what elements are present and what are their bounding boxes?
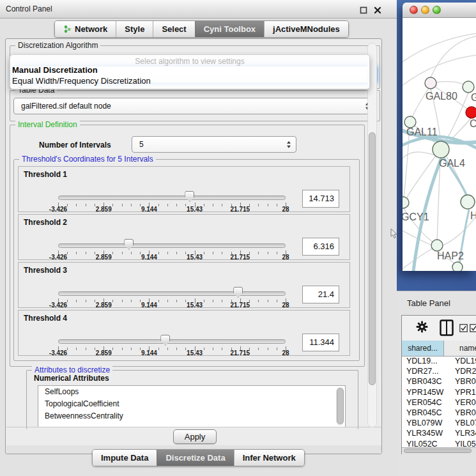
scrollbar-thumb[interactable] bbox=[369, 132, 376, 385]
network-node-gcy1[interactable] bbox=[403, 197, 409, 208]
node-label: GCY1 bbox=[403, 211, 429, 222]
table-row[interactable]: YER054CYER054C bbox=[402, 398, 476, 408]
number-of-intervals-select[interactable]: 5 bbox=[132, 136, 296, 153]
tick-mark bbox=[258, 252, 259, 254]
slider-track[interactable] bbox=[58, 291, 286, 296]
apply-button[interactable]: Apply bbox=[173, 429, 217, 444]
zoom-traffic-light-icon[interactable] bbox=[433, 6, 441, 14]
slider-thumb[interactable] bbox=[233, 287, 243, 298]
tab-style[interactable]: Style bbox=[116, 21, 153, 37]
popup-option-manual-discretization[interactable]: Manual Discretization bbox=[12, 65, 98, 75]
control-panel-titlebar: Control Panel bbox=[0, 0, 397, 19]
table-header-row: shared... name bbox=[402, 341, 476, 357]
tick-label: 9.144 bbox=[131, 302, 167, 309]
network-window-titlebar bbox=[403, 3, 476, 18]
network-node-c[interactable] bbox=[466, 107, 476, 118]
table-row[interactable]: YDR27...YDR27... bbox=[402, 367, 476, 377]
tick-label: -3.426 bbox=[40, 254, 76, 261]
slider-thumb[interactable] bbox=[185, 191, 194, 202]
tick-label: 15.43 bbox=[177, 254, 213, 261]
close-icon[interactable] bbox=[374, 5, 381, 13]
network-graph: GAL80GCGAL11GAL4GCY1HHAP2 bbox=[403, 18, 476, 271]
tab-cyni-toolbox[interactable]: Cyni Toolbox bbox=[195, 21, 264, 37]
threshold-value-field[interactable]: 11.344 bbox=[302, 334, 339, 351]
table-horizontal-scrollbar[interactable] bbox=[402, 447, 476, 454]
algorithm-popup: Select algorithm to view settings Manual… bbox=[10, 54, 370, 89]
table-panel-title: Table Panel bbox=[407, 298, 450, 308]
slider-thumb[interactable] bbox=[124, 239, 134, 250]
table-panel: Table Panel bbox=[397, 291, 476, 476]
network-node-hap2[interactable] bbox=[431, 240, 443, 251]
control-panel-tabs: NetworkStyleSelectCyni ToolboxjActiveMNo… bbox=[54, 20, 349, 38]
split-view-icon[interactable] bbox=[440, 319, 454, 339]
tick-mark bbox=[76, 204, 77, 206]
cell-shared-name: YER054C bbox=[402, 398, 452, 408]
tick-label: 2.859 bbox=[86, 349, 121, 357]
cyni-mode-tabs: Impute DataDiscretize DataInfer Network bbox=[92, 449, 305, 466]
attribute-item-betweennesscentrality[interactable]: BetweennessCentrality bbox=[38, 410, 345, 422]
close-traffic-light-icon[interactable] bbox=[410, 6, 418, 14]
popup-hint: Select algorithm to view settings bbox=[10, 57, 369, 66]
mode-tab-infer-network[interactable]: Infer Network bbox=[234, 450, 304, 466]
slider-thumb[interactable] bbox=[160, 335, 170, 346]
slider-track[interactable] bbox=[58, 196, 286, 200]
tick-mark bbox=[213, 204, 213, 206]
network-node[interactable] bbox=[452, 262, 463, 271]
table-row[interactable]: YBR045CYBR045C bbox=[402, 408, 476, 418]
tab-jactivemnodules[interactable]: jActiveMNodules bbox=[264, 21, 348, 37]
popup-option-equal-width-frequency[interactable]: Equal Width/Frequency Discretization bbox=[12, 76, 151, 86]
scrollbar-thumb[interactable] bbox=[404, 449, 472, 453]
slider-track[interactable] bbox=[58, 243, 286, 248]
table-row[interactable]: YLR345WYLR345W bbox=[402, 429, 476, 439]
slider-track[interactable] bbox=[58, 339, 286, 344]
table-row[interactable]: YBR043CYBR043C bbox=[402, 377, 476, 387]
mode-tab-impute-data[interactable]: Impute Data bbox=[93, 450, 157, 466]
network-canvas[interactable]: GAL80GCGAL11GAL4GCY1HHAP2 bbox=[403, 18, 476, 271]
column-header-name[interactable]: name bbox=[444, 341, 476, 357]
table-row[interactable]: YPR145WYPR145W bbox=[402, 388, 476, 398]
tab-select[interactable]: Select bbox=[153, 21, 194, 37]
table-row[interactable]: YIL052CYIL052C bbox=[402, 440, 476, 448]
tick-mark bbox=[122, 252, 123, 254]
node-label: HAP2 bbox=[437, 250, 464, 261]
numerical-attributes-list[interactable]: SelfLoopsTopologicalCoefficientBetweenne… bbox=[38, 385, 346, 427]
list-scrollbar[interactable] bbox=[336, 387, 344, 426]
node-label: GAL11 bbox=[406, 127, 438, 137]
tab-network[interactable]: Network bbox=[55, 21, 116, 37]
node-label: G bbox=[471, 92, 476, 103]
node-label: GAL80 bbox=[426, 91, 457, 102]
attribute-item-selfloops[interactable]: SelfLoops bbox=[38, 386, 345, 398]
threshold-value-field[interactable]: 6.316 bbox=[302, 238, 339, 256]
minimize-traffic-light-icon[interactable] bbox=[421, 6, 429, 14]
cell-shared-name: YBL079W bbox=[402, 418, 452, 429]
tab-label: Cyni Toolbox bbox=[204, 24, 256, 34]
network-node-gal80[interactable] bbox=[425, 77, 436, 89]
tick-label: 2.859 bbox=[86, 254, 121, 261]
tick-label: 15.43 bbox=[177, 302, 213, 309]
tick-label: -3.426 bbox=[40, 349, 76, 357]
network-view-window: GAL80GCGAL11GAL4GCY1HHAP2 bbox=[403, 3, 476, 271]
network-node-h[interactable] bbox=[461, 195, 475, 209]
threshold-card-4: Threshold 4-3.4262.8599.14415.4321.71528… bbox=[18, 310, 350, 356]
column-header-shared-name[interactable]: shared... bbox=[402, 341, 444, 357]
tick-mark bbox=[167, 300, 168, 302]
table-row[interactable]: YBL079WYBL079W bbox=[402, 418, 476, 429]
cell-shared-name: YLR345W bbox=[402, 429, 452, 439]
attribute-item-topologicalcoefficient[interactable]: TopologicalCoefficient bbox=[38, 398, 345, 410]
threshold-value-field[interactable]: 14.713 bbox=[302, 190, 339, 208]
mode-tab-discretize-data[interactable]: Discretize Data bbox=[157, 450, 233, 466]
table-data-select[interactable]: galFiltered.sif default node bbox=[13, 98, 375, 114]
tab-label: Discretize Data bbox=[165, 453, 225, 463]
network-node-gal4[interactable] bbox=[433, 141, 449, 158]
threshold-value-field[interactable]: 21.4 bbox=[302, 286, 339, 303]
checkbox-icon[interactable] bbox=[470, 323, 476, 335]
gear-icon[interactable] bbox=[416, 321, 428, 335]
table-row[interactable]: YDL19...YDL19... bbox=[402, 357, 476, 367]
checkbox-icon[interactable] bbox=[459, 323, 468, 335]
float-icon[interactable] bbox=[360, 5, 367, 13]
tick-label: -3.426 bbox=[40, 206, 76, 213]
cell-name: YBR045C bbox=[452, 408, 476, 418]
panel-scrollbar[interactable] bbox=[367, 43, 377, 427]
network-node-g[interactable] bbox=[463, 81, 474, 93]
threshold-card-3: Threshold 3-3.4262.8599.14415.4321.71528… bbox=[18, 262, 350, 308]
